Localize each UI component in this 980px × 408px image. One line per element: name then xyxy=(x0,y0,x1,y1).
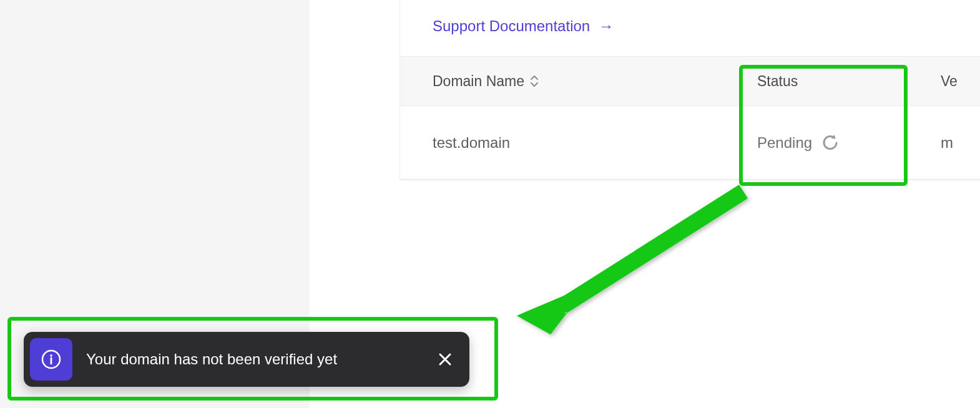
column-header-status[interactable]: Status xyxy=(750,73,912,90)
toast-message: Your domain has not been verified yet xyxy=(86,351,422,368)
close-icon xyxy=(438,352,452,366)
sort-icon xyxy=(531,75,538,87)
column-header-domain-label: Domain Name xyxy=(433,73,524,90)
arrow-right-icon: → xyxy=(599,17,614,35)
close-button[interactable] xyxy=(436,350,454,369)
info-icon xyxy=(30,338,72,381)
column-header-status-label: Status xyxy=(757,73,798,90)
table-row: test.domain Pending m xyxy=(400,106,980,180)
refresh-icon[interactable] xyxy=(821,134,840,152)
cell-domain-name: test.domain xyxy=(400,134,750,152)
column-header-domain[interactable]: Domain Name xyxy=(400,73,750,90)
support-link-label: Support Documentation xyxy=(433,17,590,35)
status-label: Pending xyxy=(757,134,812,152)
cell-status: Pending xyxy=(750,134,912,152)
column-header-verify-label: Ve xyxy=(941,73,958,90)
table-header: Domain Name Status Ve xyxy=(400,56,980,106)
support-documentation-link[interactable]: Support Documentation → xyxy=(400,0,980,56)
cell-verify: m xyxy=(912,134,953,152)
domains-card: Support Documentation → Domain Name Stat… xyxy=(399,0,980,180)
toast-notification: Your domain has not been verified yet xyxy=(24,332,469,387)
column-header-verify[interactable]: Ve xyxy=(912,73,958,90)
svg-point-1 xyxy=(50,354,52,357)
